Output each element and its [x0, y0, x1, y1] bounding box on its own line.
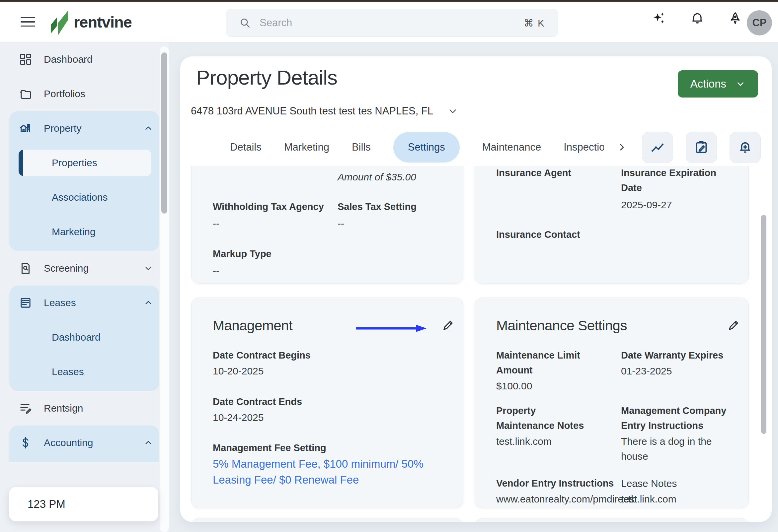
field-sales-tax-setting-value: -- [337, 216, 344, 231]
sidebar-item-label: Dashboard [52, 332, 100, 343]
sidebar-item-label: Property [44, 123, 81, 134]
tab-settings[interactable]: Settings [393, 132, 460, 163]
user-avatar[interactable]: CP [747, 10, 772, 35]
field-date-contract-ends-value: 10-24-2025 [213, 410, 263, 425]
management-fee-setting-link[interactable]: 5% Management Fee, $100 minimum/ 50% Lea… [213, 456, 432, 488]
tab-bills[interactable]: Bills [352, 141, 371, 153]
field-withholding-tax-agency-value: -- [213, 216, 219, 231]
maintenance-edit-pencil-icon[interactable] [726, 319, 741, 332]
maintenance-settings-card: Maintenance Settings Maintenance Limit A… [475, 297, 749, 508]
sidebar-item-label: Leases [52, 366, 84, 377]
field-vendor-entry-value: www.eatonrealty.com/pmdirectb [496, 492, 637, 507]
tabs-scroll-right-icon[interactable] [617, 142, 627, 153]
sidebar-item-label: Marketing [52, 226, 96, 238]
sidebar-item-property[interactable]: Property [9, 111, 159, 146]
folder-icon [19, 87, 32, 101]
sidebar-item-associations[interactable]: Associations [9, 180, 159, 214]
insurance-card: Insurance Agent Insurance Expiration Dat… [475, 166, 749, 284]
field-insurance-expiration: Insurance Expiration Date [621, 166, 724, 195]
sidebar-item-label: Accounting [44, 437, 93, 448]
property-address-selector[interactable]: 6478 103rd AVENUE South test test tes NA… [191, 105, 458, 117]
sidebar-item-leases-dashboard[interactable]: Dashboard [9, 320, 159, 355]
sidebar-scrollbar-thumb[interactable] [161, 53, 167, 213]
rocket-icon[interactable] [727, 11, 743, 26]
sidebar-scrollbar[interactable] [160, 47, 169, 532]
search-placeholder: Search [259, 17, 524, 29]
search-input[interactable]: Search ⌘ K [226, 9, 558, 37]
field-mgmt-company-entry-value: There is a dog in the house [621, 434, 727, 464]
notifications-bell-icon[interactable] [689, 11, 705, 26]
sidebar-item-label: Associations [52, 192, 107, 203]
tab-inspections[interactable]: Inspectio [564, 141, 604, 153]
sidebar-group-accounting: Accounting [9, 426, 159, 462]
field-sales-tax-setting: Sales Tax Setting [337, 199, 450, 214]
field-insurance-contact: Insurance Contact [496, 227, 580, 242]
rentvine-logo[interactable]: rentvine [50, 9, 132, 35]
property-home-icon [19, 121, 32, 135]
sidebar-item-rentsign[interactable]: Rentsign [0, 391, 169, 426]
settings-scroll-area[interactable]: Amount of $35.00 Withholding Tax Agency … [180, 166, 772, 522]
fee-amount-partial-text: Amount of $35.00 [337, 170, 416, 184]
content-scrollbar-thumb[interactable] [761, 215, 766, 434]
management-card: Management Date Contract Begins 10-20-20… [191, 297, 463, 508]
field-withholding-tax-agency: Withholding Tax Agency [213, 199, 332, 214]
actions-label: Actions [690, 78, 726, 90]
add-reminder-button[interactable] [729, 132, 761, 163]
actions-button[interactable]: Actions [678, 70, 758, 97]
sidebar-item-portfolios[interactable]: Portfolios [0, 77, 169, 111]
sidebar-item-marketing[interactable]: Marketing [9, 214, 159, 249]
edit-notes-button[interactable] [686, 132, 717, 163]
tab-marketing[interactable]: Marketing [284, 141, 329, 153]
header-icon-group [651, 11, 743, 26]
field-maintenance-limit: Maintenance Limit Amount [496, 348, 582, 378]
sidebar-item-dashboard[interactable]: Dashboard [0, 42, 169, 77]
maintenance-card-title: Maintenance Settings [496, 318, 627, 334]
tab-details[interactable]: Details [230, 141, 261, 153]
sidebar-item-screening[interactable]: Screening [0, 251, 169, 285]
rentvine-logo-mark [50, 9, 69, 35]
sidebar-item-label: Leases [44, 297, 76, 308]
annotation-arrow [355, 324, 427, 333]
field-mgmt-company-entry: Management Company Entry Instructions [621, 403, 730, 433]
sidebar-item-label: Rentsign [44, 403, 83, 414]
clock-time: 123 PM [27, 498, 65, 511]
sidebar-nav: Dashboard Portfolios Property Properties… [0, 42, 169, 532]
field-markup-type-value: -- [213, 263, 219, 278]
search-icon [239, 17, 251, 29]
bell-plus-icon [737, 140, 753, 155]
window-chrome-strip [0, 0, 778, 2]
sidebar-item-label: Dashboard [44, 54, 93, 65]
page-title: Property Details [196, 66, 337, 89]
next-card-peek-right [475, 518, 749, 522]
top-header: rentvine Search ⌘ K [0, 2, 778, 42]
chevron-down-icon [735, 79, 746, 89]
management-card-title: Management [213, 318, 292, 334]
avatar-initials: CP [752, 17, 766, 29]
field-management-fee-setting: Management Fee Setting [213, 440, 326, 455]
chevron-down-icon [447, 105, 458, 117]
dashboard-grid-icon [19, 53, 32, 66]
sidebar-item-properties[interactable]: Properties [19, 150, 151, 176]
hamburger-menu-icon[interactable] [20, 14, 36, 29]
financial-settings-card: Amount of $35.00 Withholding Tax Agency … [191, 166, 463, 284]
sidebar-item-leases-group[interactable]: Leases [9, 285, 159, 320]
dollar-icon [19, 436, 32, 450]
quick-tools [642, 132, 761, 163]
sidebar-group-property: Property Properties Associations Marketi… [9, 111, 159, 251]
sidebar-item-accounting[interactable]: Accounting [9, 426, 159, 460]
tab-maintenance[interactable]: Maintenance [482, 141, 541, 153]
ai-sparkles-icon[interactable] [651, 11, 668, 26]
sidebar-item-label: Properties [52, 157, 97, 169]
screening-doc-icon [19, 261, 32, 275]
field-markup-type: Markup Type [213, 247, 271, 261]
field-insurance-agent: Insurance Agent [496, 166, 571, 180]
sidebar-item-leases[interactable]: Leases [9, 355, 159, 389]
analytics-button[interactable] [642, 132, 673, 163]
field-property-maintenance-notes: Property Maintenance Notes [496, 403, 589, 433]
sidebar-item-label: Screening [44, 263, 89, 274]
management-edit-pencil-icon[interactable] [441, 319, 455, 332]
chevron-up-icon [143, 298, 153, 308]
clipboard-pencil-icon [694, 140, 709, 155]
field-date-contract-begins: Date Contract Begins [213, 348, 311, 363]
logo-text: rentvine [74, 13, 132, 31]
